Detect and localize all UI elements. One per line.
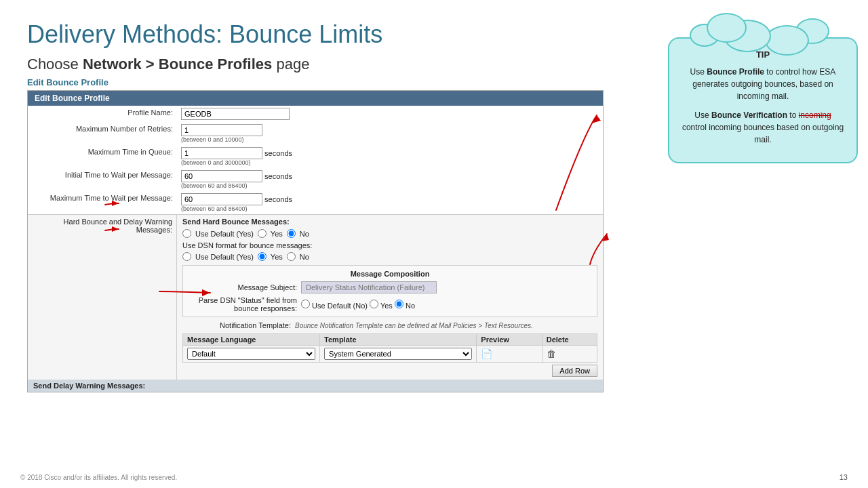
msg-comp-title: Message Composition [189,268,591,280]
radio-use-default-yes[interactable] [182,229,191,238]
template-select[interactable]: System Generated [324,348,472,360]
preview-cell: 📄 [477,346,542,363]
delete-cell: 🗑 [542,346,597,363]
max-time-queue-unit: seconds [264,149,292,157]
profile-name-input[interactable] [181,108,290,120]
tip-cloud: TIP Use Bounce Profile to control how ES… [668,37,858,163]
copyright: © 2018 Cisco and/or its affiliates. All … [20,474,177,481]
hard-bounce-label: Hard Bounce and Delay Warning Messages: [28,215,177,380]
parse-radio-default[interactable] [301,300,310,308]
template-table-header: Message Language Template Preview Delete [183,334,597,346]
preview-icon[interactable]: 📄 [481,348,492,359]
add-row-container: Add Row [182,363,597,377]
parse-dsn-row: Parse DSN "Status" field from bounce res… [189,295,591,314]
radio-no[interactable] [287,229,296,238]
tip-title: TIP [682,48,844,62]
send-delay-header: Send Delay Warning Messages: [28,380,603,392]
subtitle-plain: Choose [27,56,83,73]
template-row-0: Default System Generated [183,346,597,363]
radio-yes[interactable] [258,229,267,238]
radio-dsn-yes-label: Yes [271,253,283,261]
dsn-radio-row: Use Default (Yes) Yes No [182,251,597,262]
form-table: Profile Name: Maximum Number of Retries:… [28,106,603,214]
max-retries-label: Maximum Number of Retries: [28,122,177,145]
parse-dsn-label: Parse DSN "Status" field from bounce res… [189,296,297,312]
initial-time-unit: seconds [264,172,292,180]
radio-dsn-yes[interactable] [258,252,267,261]
tip-text2: Use Bounce Verification to incoming cont… [682,109,844,146]
initial-time-label: Initial Time to Wait per Message: [28,168,177,191]
radio-yes-label: Yes [271,230,283,238]
max-time-queue-input[interactable] [181,147,262,159]
max-time-label: Maximum Time to Wait per Message: [28,191,177,214]
max-time-queue-label: Maximum Time in Queue: [28,145,177,168]
tip-incoming-strike: incoming [799,110,831,120]
parse-no-label: No [406,302,415,310]
subtitle-bold: Network > Bounce Profiles [83,56,272,73]
max-time-queue-row: Maximum Time in Queue: seconds (between … [28,145,603,168]
dsn-label: Use DSN format for bounce messages: [182,241,597,249]
max-time-cell: seconds (between 60 and 86400) [177,191,603,214]
language-select[interactable]: Default [187,348,315,360]
max-time-hint: (between 60 and 86400) [181,205,599,212]
max-time-row: Maximum Time to Wait per Message: second… [28,191,603,214]
ui-area: Edit Bounce Profile Profile Name: Maximu… [27,90,604,392]
slide: Delivery Methods: Bounce Limits Choose N… [0,0,868,488]
hard-bounce-content: Send Hard Bounce Messages: Use Default (… [177,215,603,380]
tip-text1: Use Bounce Profile to control how ESA ge… [682,66,844,102]
template-template-cell: System Generated [320,346,477,363]
radio-use-default-yes-label: Use Default (Yes) [195,230,254,238]
send-hard-bounce-title: Send Hard Bounce Messages: [182,218,597,226]
max-retries-hint: (between 0 and 10000) [181,136,599,143]
msg-composition: Message Composition Message Subject: Par… [182,265,597,317]
parse-default-label: Use Default (No) [312,302,368,310]
hard-bounce-section: Hard Bounce and Delay Warning Messages: … [28,214,603,380]
initial-time-hint: (between 60 and 86400) [181,182,599,189]
notification-template-label: Notification Template: [182,321,291,329]
col-template: Template [320,334,477,346]
radio-dsn-default-label: Use Default (Yes) [195,253,254,261]
col-preview: Preview [477,334,542,346]
initial-time-row: Initial Time to Wait per Message: second… [28,168,603,191]
initial-time-input[interactable] [181,170,262,182]
send-hard-radio-row: Use Default (Yes) Yes No [182,228,597,239]
parse-dsn-radios: Use Default (No) Yes No [301,300,415,310]
msg-subject-row: Message Subject: [189,280,591,295]
template-language-cell: Default [183,346,320,363]
cloud-bump3 [724,20,771,52]
initial-time-cell: seconds (between 60 and 86400) [177,168,603,191]
col-delete: Delete [542,334,597,346]
max-time-queue-cell: seconds (between 0 and 3000000) [177,145,603,168]
max-time-input[interactable] [181,193,262,205]
msg-subject-input[interactable] [301,281,437,293]
max-retries-row: Maximum Number of Retries: (between 0 an… [28,122,603,145]
notification-template-row: Notification Template: Bounce Notificati… [182,320,597,331]
max-retries-cell: (between 0 and 10000) [177,122,603,145]
profile-name-cell [177,106,603,122]
radio-dsn-default[interactable] [182,252,191,261]
profile-name-row: Profile Name: [28,106,603,122]
col-message-language: Message Language [183,334,320,346]
add-row-button[interactable]: Add Row [552,365,597,377]
footer: © 2018 Cisco and/or its affiliates. All … [20,473,848,481]
tip-bounce-profile-bold: Bounce Profile [707,67,764,77]
ui-header: Edit Bounce Profile [28,91,603,106]
tip-bounce-verification-bold: Bounce Verification [711,110,787,120]
parse-radio-no[interactable] [395,300,403,308]
parse-radio-yes[interactable] [370,300,378,308]
radio-no-label: No [300,230,309,238]
max-retries-input[interactable] [181,124,262,136]
delete-icon[interactable]: 🗑 [547,348,556,359]
subtitle-end: page [272,56,309,73]
radio-dsn-no-label: No [300,253,309,261]
cloud-bump2 [765,25,809,56]
radio-dsn-no[interactable] [287,252,296,261]
notification-template-note: Bounce Notification Template can be defi… [295,322,533,329]
msg-subject-label: Message Subject: [189,283,297,291]
profile-name-label: Profile Name: [28,106,177,122]
page-number: 13 [840,473,848,481]
max-time-queue-hint: (between 0 and 3000000) [181,159,599,166]
template-table: Message Language Template Preview Delete [182,333,597,363]
max-time-unit: seconds [264,195,292,203]
parse-yes-label: Yes [380,302,393,310]
